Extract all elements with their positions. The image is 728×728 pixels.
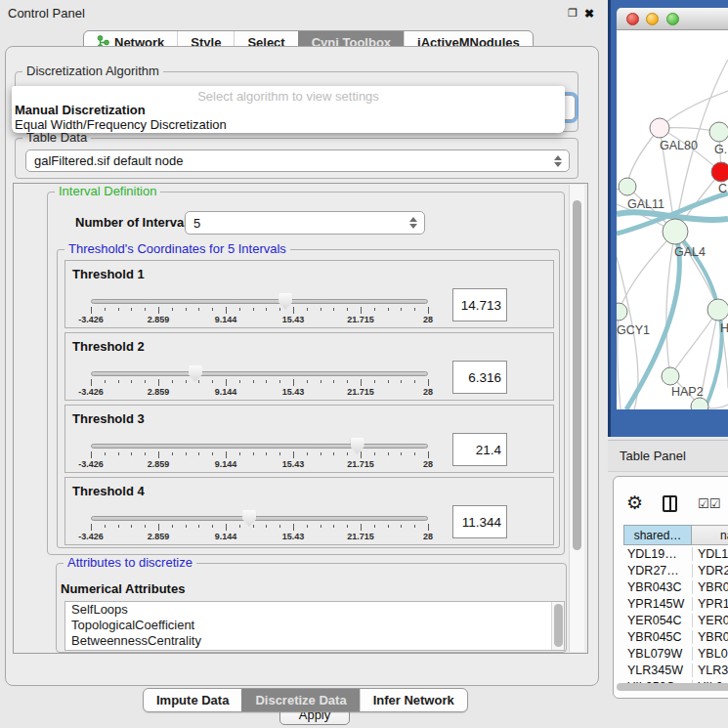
network-window: GAL80G.CGAL11GAL4GCY1HHAP2 [617, 8, 728, 409]
attribute-item[interactable]: BetweennessCentrality [65, 633, 564, 649]
network-canvas[interactable]: GAL80G.CGAL11GAL4GCY1HHAP2 [617, 30, 728, 409]
num-intervals-combobox[interactable]: 5 [185, 211, 425, 235]
cyni-toolbox-panel: Discretization Algorithm Table Data galF… [5, 46, 599, 686]
cell-shared-name: YDR27… [623, 564, 692, 578]
split-columns-icon[interactable] [663, 495, 677, 512]
table-panel: ⚙ ☑☑ shared… na YDL19…YDL1YDR27…YDR2YBR0… [613, 476, 728, 699]
settings-scrollpane: Interval Definition Number of Intervals … [13, 183, 588, 654]
network-node[interactable] [619, 178, 636, 195]
cell-shared-name: YBR043C [623, 580, 692, 594]
threshold-label: Threshold 4 [72, 484, 145, 498]
cell-name: YBR0 [692, 630, 728, 644]
threshold-value-field[interactable]: 6.316 [452, 361, 507, 394]
column-header-shared[interactable]: shared… [623, 525, 692, 545]
close-icon[interactable]: ✖ [584, 7, 594, 21]
cell-shared-name: YDL19… [623, 547, 692, 561]
slider-track[interactable] [91, 444, 428, 449]
tab-label: Impute Data [156, 693, 229, 707]
table-row[interactable]: YDR27…YDR2 [623, 562, 728, 578]
numerical-attributes-list[interactable]: SelfLoopsTopologicalCoefficientBetweenne… [64, 601, 565, 651]
thresholds-group: Threshold's Coordinates for 5 Intervals … [57, 249, 560, 548]
dropdown-option-equal-width[interactable]: Equal Width/Frequency Discretization [15, 117, 227, 132]
attribute-items: SelfLoopsTopologicalCoefficientBetweenne… [65, 602, 564, 649]
horizontal-scrollbar[interactable] [617, 683, 728, 693]
panel-title: Control Panel [8, 6, 85, 21]
network-node-label: HAP2 [671, 385, 704, 399]
cell-name: YBL0 [692, 647, 728, 661]
group-title: Threshold's Coordinates for 5 Intervals [64, 241, 290, 256]
checkbox-columns-icon[interactable]: ☑☑ [698, 497, 720, 510]
cell-shared-name: YBR045C [623, 630, 692, 644]
network-node-label: GAL11 [627, 197, 664, 211]
table-data-group: Table Data galFiltered.sif default node [15, 138, 578, 179]
threshold-value-field[interactable]: 11.344 [452, 505, 507, 538]
cell-shared-name: YPR145W [623, 597, 692, 611]
network-node-label: GAL80 [660, 139, 698, 152]
cell-name: YPR1 [692, 597, 728, 611]
slider-track[interactable] [91, 371, 428, 376]
vertical-scrollbar[interactable] [569, 185, 584, 652]
threshold-1-panel: Threshold 1-3.4262.8599.14415.4321.71528… [64, 260, 554, 328]
group-title: Interval Definition [55, 184, 160, 198]
threshold-3-panel: Threshold 3-3.4262.8599.14415.4321.71528… [64, 405, 554, 473]
network-node[interactable] [662, 367, 679, 385]
float-window-icon[interactable]: ❐ [568, 7, 578, 20]
network-node[interactable] [617, 303, 627, 321]
cell-name: YDR2 [692, 564, 728, 578]
table-row[interactable]: YER054CYER0 [623, 612, 728, 628]
network-node[interactable] [707, 299, 728, 321]
network-node-label: H [720, 321, 728, 335]
table-row[interactable]: YPR145WYPR1 [623, 595, 728, 612]
table-row[interactable]: YBL079WYBL0 [623, 645, 728, 662]
table-row[interactable]: YBR045CYBR0 [623, 628, 728, 645]
slider-track[interactable] [91, 516, 428, 521]
column-header-name[interactable]: na [692, 525, 728, 545]
cell-shared-name: YER054C [623, 614, 692, 627]
dropdown-option-manual[interactable]: Manual Discretization [15, 103, 146, 117]
bottom-tab-bar: Impute DataDiscretize DataInfer Network [143, 688, 468, 712]
network-node[interactable] [709, 122, 728, 142]
threshold-label: Threshold 3 [72, 411, 145, 426]
tab-label: Discretize Data [255, 693, 346, 707]
table-row[interactable]: YBR043CYBR0 [623, 578, 728, 595]
numerical-attributes-label: Numerical Attributes [61, 581, 185, 596]
threshold-label: Threshold 2 [72, 339, 145, 354]
threshold-label: Threshold 1 [72, 267, 145, 281]
cell-name: YLR3 [692, 664, 728, 677]
slider-tick-labels: -3.4262.8599.14415.4321.71528 [91, 459, 428, 469]
cell-shared-name: YLR345W [623, 664, 692, 677]
attribute-item[interactable]: TopologicalCoefficient [65, 618, 564, 633]
attribute-item[interactable]: SelfLoops [65, 602, 564, 618]
tab-infer-network[interactable]: Infer Network [360, 689, 467, 711]
network-node[interactable] [650, 118, 669, 138]
zoom-traffic-light-icon[interactable] [666, 13, 679, 25]
network-node-label: GCY1 [617, 323, 650, 337]
table-header: shared… na [623, 525, 728, 545]
dropdown-prompt[interactable]: Select algorithm to view settings [12, 89, 565, 104]
cell-shared-name: YBL079W [623, 647, 692, 661]
network-node[interactable] [663, 219, 688, 244]
table-rows[interactable]: YDL19…YDL1YDR27…YDR2YBR043CYBR0YPR145WYP… [623, 545, 728, 683]
minimize-traffic-light-icon[interactable] [646, 13, 659, 25]
cell-name: YDL1 [692, 547, 728, 561]
close-traffic-light-icon[interactable] [626, 13, 639, 25]
table-panel-title: Table Panel [620, 449, 686, 463]
slider-tick-labels: -3.4262.8599.14415.4321.71528 [91, 532, 428, 541]
spinner-icon [554, 155, 562, 167]
threshold-value-field[interactable]: 14.713 [452, 288, 507, 321]
slider-track[interactable] [91, 299, 428, 304]
table-panel-strip: Table Panel [608, 440, 728, 472]
list-scrollbar[interactable] [551, 602, 564, 650]
group-title: Discretization Algorithm [22, 64, 163, 78]
threshold-value-field[interactable]: 21.4 [452, 433, 507, 466]
network-node[interactable] [711, 162, 728, 182]
table-row[interactable]: YLR345WYLR3 [623, 662, 728, 678]
spinner-icon [409, 217, 417, 229]
tab-impute-data[interactable]: Impute Data [144, 689, 241, 711]
tab-discretize-data[interactable]: Discretize Data [241, 689, 359, 711]
table-row[interactable]: YDL19…YDL1 [623, 545, 728, 562]
network-node-label: GAL4 [674, 245, 706, 259]
gear-icon[interactable]: ⚙ [626, 493, 643, 512]
table-data-combobox[interactable]: galFiltered.sif default node [25, 150, 570, 172]
tab-label: Infer Network [373, 693, 454, 707]
